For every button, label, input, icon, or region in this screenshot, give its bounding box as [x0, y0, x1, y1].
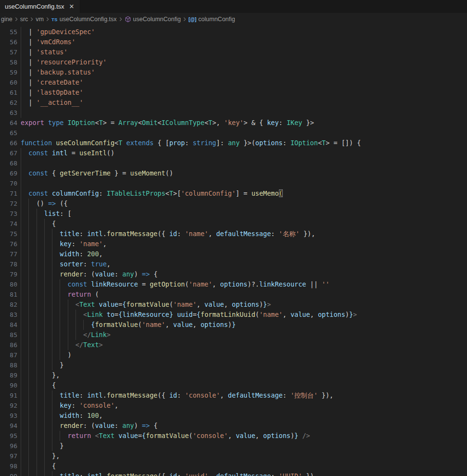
line-number[interactable]: 86	[0, 340, 17, 350]
line-number[interactable]: 85	[0, 330, 17, 340]
line-number[interactable]: 69	[0, 168, 17, 178]
code-line[interactable]: 68	[0, 158, 467, 168]
line-number[interactable]: 75	[0, 229, 17, 239]
line-number[interactable]: 59	[0, 67, 17, 77]
code-line[interactable]: 62| '__action__'	[0, 98, 467, 108]
breadcrumb-item-symbol-columnconfig[interactable]: [@] columnConfig	[189, 16, 235, 23]
code-line[interactable]: 99title: intl.formatMessage({ id: 'uuid'…	[0, 471, 467, 476]
code-line[interactable]: 70	[0, 178, 467, 188]
code-token: <	[76, 301, 79, 308]
code-line[interactable]: 89},	[0, 370, 467, 380]
line-number[interactable]: 92	[0, 401, 17, 411]
code-line[interactable]: 98{	[0, 461, 467, 471]
line-number[interactable]: 62	[0, 98, 17, 108]
code-line[interactable]: 58| 'resourcePriority'	[0, 57, 467, 67]
line-number[interactable]: 56	[0, 37, 17, 47]
editor[interactable]: 55| 'gpuDeviceSpec'56| 'vmCdRoms'57| 'st…	[0, 25, 467, 476]
code-line[interactable]: 71const columnConfig: ITableListProps<T>…	[0, 188, 467, 199]
code-line[interactable]: 88}	[0, 360, 467, 370]
line-number[interactable]: 55	[0, 27, 17, 37]
code-line[interactable]: 69const { getServerTime } = useMoment()	[0, 168, 467, 178]
line-number[interactable]: 77	[0, 249, 17, 259]
code-line[interactable]: 67const intl = useIntl()	[0, 148, 467, 158]
line-number[interactable]: 73	[0, 209, 17, 219]
line-number[interactable]: 78	[0, 259, 17, 269]
line-number[interactable]: 71	[0, 188, 17, 199]
line-number[interactable]: 95	[0, 431, 17, 441]
breadcrumb-item-src[interactable]: src	[20, 16, 28, 23]
line-number[interactable]: 65	[0, 128, 17, 138]
code-line[interactable]: 55| 'gpuDeviceSpec'	[0, 27, 467, 37]
code-line[interactable]: 83<Link to={linkResource} uuid={formatLi…	[0, 310, 467, 320]
code-line[interactable]: 97},	[0, 451, 467, 461]
code-line[interactable]: 80const linkResource = getOption('name',…	[0, 279, 467, 289]
line-number[interactable]: 84	[0, 320, 17, 330]
line-number[interactable]: 66	[0, 138, 17, 148]
line-number[interactable]: 61	[0, 88, 17, 98]
code-line[interactable]: 85</Link>	[0, 330, 467, 340]
code-line[interactable]: 72() => ({	[0, 199, 467, 209]
code-line[interactable]: 76key: 'name',	[0, 239, 467, 249]
code-line[interactable]: 92key: 'console',	[0, 401, 467, 411]
line-number[interactable]: 68	[0, 158, 17, 168]
line-number[interactable]: 57	[0, 47, 17, 57]
breadcrumb-item-gine[interactable]: gine	[1, 16, 13, 23]
code-line[interactable]: 79render: (value: any) => {	[0, 269, 467, 279]
code-line[interactable]: 66function useColumnConfig<T extends { […	[0, 138, 467, 148]
code-line[interactable]: 61| 'lastOpDate'	[0, 88, 467, 98]
line-number[interactable]: 93	[0, 411, 17, 421]
close-icon[interactable]: ✕	[68, 3, 76, 10]
breadcrumb-item-file[interactable]: TS useColumnConfig.tsx	[51, 16, 117, 23]
code-line[interactable]: 63	[0, 108, 467, 118]
line-number[interactable]: 88	[0, 360, 17, 370]
line-number[interactable]: 99	[0, 471, 17, 476]
line-number[interactable]: 89	[0, 370, 17, 380]
line-number[interactable]: 82	[0, 300, 17, 310]
line-number[interactable]: 79	[0, 269, 17, 279]
code-line[interactable]: 86</Text>	[0, 340, 467, 350]
code-line[interactable]: 93width: 100,	[0, 411, 467, 421]
breadcrumb-item-symbol-usecolumnconfig[interactable]: useColumnConfig	[125, 16, 181, 23]
line-number[interactable]: 83	[0, 310, 17, 320]
code-line[interactable]: 95return <Text value={formatValue('conso…	[0, 431, 467, 441]
code-line[interactable]: 60| 'createDate'	[0, 77, 467, 88]
line-number[interactable]: 81	[0, 289, 17, 300]
code-line[interactable]: 96}	[0, 441, 467, 451]
line-number[interactable]: 96	[0, 441, 17, 451]
code-line[interactable]: 78sorter: true,	[0, 259, 467, 269]
code-line[interactable]: 91title: intl.formatMessage({ id: 'conso…	[0, 390, 467, 401]
code-line[interactable]: 84{formatValue('name', value, options)}	[0, 320, 467, 330]
code-line[interactable]: 77width: 200,	[0, 249, 467, 259]
code-line[interactable]: 73list: [	[0, 209, 467, 219]
code-line[interactable]: 56| 'vmCdRoms'	[0, 37, 467, 47]
line-number[interactable]: 97	[0, 451, 17, 461]
line-number[interactable]: 72	[0, 199, 17, 209]
line-number[interactable]: 98	[0, 461, 17, 471]
code-line[interactable]: 74{	[0, 219, 467, 229]
breadcrumb-item-vm[interactable]: vm	[36, 16, 44, 23]
line-number[interactable]: 76	[0, 239, 17, 249]
line-number[interactable]: 63	[0, 108, 17, 118]
line-number[interactable]: 58	[0, 57, 17, 67]
code-line[interactable]: 87)	[0, 350, 467, 360]
code-line[interactable]: 64export type IOption<T> = Array<Omit<IC…	[0, 118, 467, 128]
line-number[interactable]: 91	[0, 390, 17, 401]
code-line[interactable]: 75title: intl.formatMessage({ id: 'name'…	[0, 229, 467, 239]
line-number[interactable]: 90	[0, 380, 17, 390]
line-number[interactable]: 74	[0, 219, 17, 229]
code-line[interactable]: 81return (	[0, 289, 467, 300]
line-number[interactable]: 64	[0, 118, 17, 128]
code-line[interactable]: 82<Text value={formatValue('name', value…	[0, 300, 467, 310]
line-number[interactable]: 70	[0, 178, 17, 188]
code-line[interactable]: 90{	[0, 380, 467, 390]
line-number[interactable]: 87	[0, 350, 17, 360]
tab-usecolumnconfig[interactable]: useColumnConfig.tsx ✕	[0, 0, 80, 13]
code-line[interactable]: 94render: (value: any) => {	[0, 421, 467, 431]
code-line[interactable]: 65	[0, 128, 467, 138]
code-line[interactable]: 59| 'backup.status'	[0, 67, 467, 77]
line-number[interactable]: 67	[0, 148, 17, 158]
line-number[interactable]: 94	[0, 421, 17, 431]
line-number[interactable]: 80	[0, 279, 17, 289]
code-line[interactable]: 57| 'status'	[0, 47, 467, 57]
line-number[interactable]: 60	[0, 77, 17, 88]
